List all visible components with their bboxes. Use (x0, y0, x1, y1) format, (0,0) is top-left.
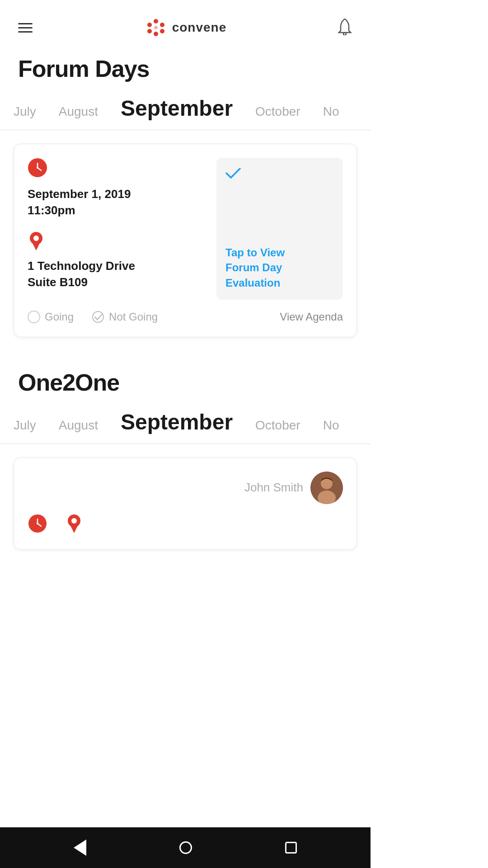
svg-point-7 (343, 33, 346, 35)
svg-point-1 (160, 23, 164, 27)
nav-back-button[interactable] (74, 840, 86, 856)
event-actions: Going Not Going View Agenda (28, 311, 343, 323)
back-icon (74, 840, 86, 856)
recent-icon (285, 842, 297, 854)
svg-point-3 (154, 32, 158, 36)
forum-days-section: September 1, 2019 11:30pm 1 Technology D… (0, 130, 371, 351)
going-button[interactable]: Going (28, 311, 74, 323)
location-icon (28, 231, 207, 253)
nav-home-button[interactable] (179, 841, 192, 854)
svg-point-23 (37, 523, 38, 524)
bottom-navigation (0, 827, 371, 868)
checkmark-icon (225, 167, 241, 181)
forum-days-title: Forum Days (0, 46, 371, 96)
tab-september-forum[interactable]: September (116, 96, 237, 121)
svg-point-12 (37, 167, 38, 169)
tab-august-forum[interactable]: August (54, 104, 103, 119)
logo-dots-icon (143, 19, 169, 37)
svg-marker-15 (32, 242, 40, 250)
svg-point-14 (33, 236, 39, 241)
one2one-icons (28, 513, 343, 536)
svg-marker-26 (70, 525, 78, 533)
bell-icon-button[interactable] (337, 18, 352, 37)
event-location: 1 Technology Drive Suite B109 (28, 258, 207, 291)
not-going-check (92, 311, 104, 323)
one2one-title: One2One (0, 351, 371, 410)
svg-point-2 (160, 29, 164, 33)
going-label: Going (45, 311, 74, 323)
view-agenda-button[interactable]: View Agenda (280, 311, 343, 323)
svg-point-6 (154, 26, 158, 29)
clock-icon (28, 158, 207, 179)
svg-point-25 (71, 518, 77, 524)
tab-november-one2one[interactable]: No (319, 418, 344, 433)
one2one-card-header: John Smith (28, 472, 343, 504)
going-radio[interactable] (28, 311, 40, 323)
one2one-location-icon (66, 513, 83, 536)
one2one-clock-icon (28, 514, 47, 535)
event-details-left: September 1, 2019 11:30pm 1 Technology D… (28, 158, 207, 300)
not-going-label: Not Going (109, 311, 158, 323)
tap-to-view-card[interactable]: Tap to View Forum Day Evaluation (216, 158, 343, 300)
svg-point-5 (147, 23, 152, 27)
forum-event-card: September 1, 2019 11:30pm 1 Technology D… (14, 144, 357, 337)
person-name: John Smith (244, 481, 303, 495)
logo-text: convene (172, 20, 227, 35)
svg-point-0 (154, 19, 158, 24)
one2one-month-tabs: July August September October No (0, 410, 371, 444)
tab-august-one2one[interactable]: August (54, 418, 103, 433)
tab-july-forum[interactable]: July (9, 104, 41, 119)
avatar (310, 472, 343, 504)
nav-recent-button[interactable] (285, 842, 297, 854)
app-logo: convene (143, 19, 227, 37)
tab-october-forum[interactable]: October (251, 104, 305, 119)
app-header: convene (0, 0, 371, 46)
tab-september-one2one[interactable]: September (116, 410, 237, 434)
svg-point-4 (147, 29, 152, 33)
one2one-card: John Smith (14, 458, 357, 550)
tap-to-view-text[interactable]: Tap to View Forum Day Evaluation (225, 245, 334, 291)
one2one-section: John Smith (0, 444, 371, 563)
tab-july-one2one[interactable]: July (9, 418, 41, 433)
svg-point-16 (93, 311, 103, 322)
event-datetime: September 1, 2019 11:30pm (28, 186, 207, 219)
tab-november-forum[interactable]: No (319, 104, 344, 119)
forum-days-month-tabs: July August September October No (0, 96, 371, 130)
tab-october-one2one[interactable]: October (251, 418, 305, 433)
home-icon (179, 841, 192, 854)
not-going-button[interactable]: Not Going (92, 311, 158, 323)
hamburger-menu-button[interactable] (18, 23, 33, 33)
